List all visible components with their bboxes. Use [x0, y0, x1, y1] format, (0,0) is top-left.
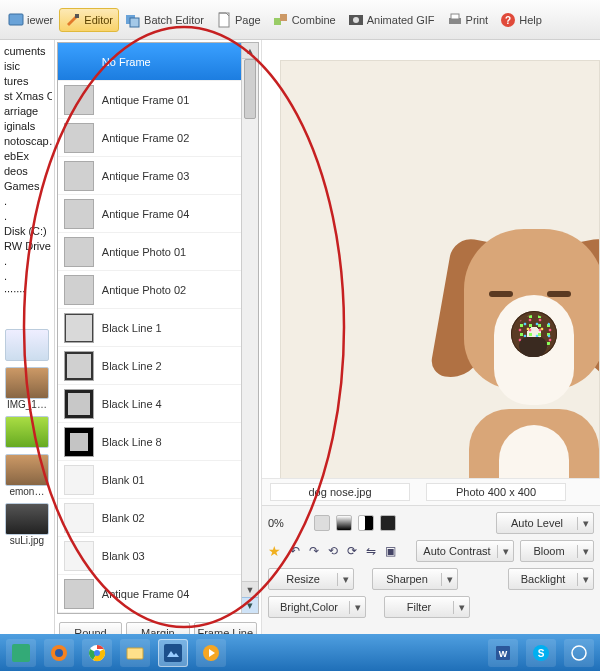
tree-item[interactable]: arriage	[2, 104, 52, 119]
auto-level-button[interactable]: Auto Level▾	[496, 512, 594, 534]
tree-item[interactable]: iginals	[2, 119, 52, 134]
sharpen-button[interactable]: Sharpen▾	[372, 568, 458, 590]
svg-point-17	[94, 650, 100, 656]
frame-option[interactable]: Antique Frame 04	[58, 575, 241, 613]
folder-tree[interactable]: cumentsisicturesst Xmas Carriageiginalsn…	[2, 44, 52, 299]
tab-page-label: Page	[235, 14, 261, 26]
thumbnail[interactable]: IMG_1…	[5, 367, 49, 410]
tree-item[interactable]: .	[2, 209, 52, 224]
photoscape-icon[interactable]	[158, 639, 188, 667]
thumbnail[interactable]: suLi.jpg	[5, 503, 49, 546]
scroll-thumb[interactable]	[244, 59, 256, 119]
tree-item[interactable]: ·······	[2, 284, 52, 299]
tree-item[interactable]: tures	[2, 74, 52, 89]
chevron-down-icon[interactable]: ▾	[577, 517, 593, 530]
tree-item[interactable]: st Xmas C	[2, 89, 52, 104]
backlight-button[interactable]: Backlight▾	[508, 568, 594, 590]
tree-item[interactable]: deos	[2, 164, 52, 179]
tree-item[interactable]: Disk (C:)	[2, 224, 52, 239]
tree-item[interactable]: .	[2, 269, 52, 284]
frame-option[interactable]: Antique Frame 02	[58, 119, 241, 157]
tree-item[interactable]: isic	[2, 59, 52, 74]
favorite-icon[interactable]: ★	[268, 544, 281, 558]
dropdown-scrollbar[interactable]: ▲ ▼ ▾	[241, 43, 258, 613]
frame-option-label: Blank 02	[102, 512, 145, 524]
auto-contrast-button[interactable]: Auto Contrast▾	[416, 540, 514, 562]
chevron-down-icon[interactable]: ▾	[441, 573, 457, 586]
media-player-icon[interactable]	[196, 639, 226, 667]
frame-option-label: Blank 01	[102, 474, 145, 486]
bloom-button[interactable]: Bloom▾	[520, 540, 594, 562]
chevron-down-icon[interactable]: ▾	[497, 545, 513, 558]
histogram-icon[interactable]	[314, 515, 330, 531]
frame-option[interactable]: Black Line 1	[58, 309, 241, 347]
frame-option[interactable]: Blank 02	[58, 499, 241, 537]
svg-point-25	[572, 646, 586, 660]
svg-rect-6	[280, 14, 287, 21]
scroll-down-button[interactable]: ▼	[242, 581, 258, 597]
tab-editor[interactable]: Editor	[59, 8, 119, 32]
crop-icon[interactable]: ▣	[382, 543, 398, 559]
chevron-down-icon[interactable]: ▾	[577, 545, 593, 558]
chevron-down-icon[interactable]: ▾	[577, 573, 593, 586]
skype-icon[interactable]: S	[526, 639, 556, 667]
tree-item[interactable]: .	[2, 194, 52, 209]
frame-option[interactable]: Antique Frame 03	[58, 157, 241, 195]
rotate-left-icon[interactable]: ⟲	[325, 543, 341, 559]
frame-option[interactable]: No Frame	[58, 43, 241, 81]
dropdown-toggle-button[interactable]: ▾	[242, 597, 258, 613]
frame-option[interactable]: Black Line 2	[58, 347, 241, 385]
tab-page[interactable]: Page	[210, 8, 267, 32]
frame-option[interactable]: Antique Photo 01	[58, 233, 241, 271]
frame-option[interactable]: Blank 01	[58, 461, 241, 499]
bw-icon[interactable]	[358, 515, 374, 531]
tab-batch-editor[interactable]: Batch Editor	[119, 8, 210, 32]
tab-animated-gif[interactable]: Animated GIF	[342, 8, 441, 32]
tab-combine[interactable]: Combine	[267, 8, 342, 32]
tab-print[interactable]: Print	[441, 8, 495, 32]
tree-item[interactable]: cuments	[2, 44, 52, 59]
thumbnail[interactable]	[5, 329, 49, 361]
tree-item[interactable]: Games	[2, 179, 52, 194]
taskbar-tray-icon[interactable]	[564, 639, 594, 667]
frame-option[interactable]: Antique Frame 01	[58, 81, 241, 119]
undo-icon[interactable]: ↶	[287, 543, 303, 559]
chrome-icon[interactable]	[82, 639, 112, 667]
taskbar-app-icon[interactable]	[6, 639, 36, 667]
gradient-icon[interactable]	[336, 515, 352, 531]
frame-option[interactable]: Black Line 8	[58, 423, 241, 461]
filter-button[interactable]: Filter▾	[384, 596, 470, 618]
scroll-up-button[interactable]: ▲	[242, 43, 258, 59]
image-preview-area[interactable]	[262, 40, 600, 478]
resize-button[interactable]: Resize▾	[268, 568, 354, 590]
tree-item[interactable]: .	[2, 254, 52, 269]
redo-icon[interactable]: ↷	[306, 543, 322, 559]
frame-option[interactable]: Antique Photo 02	[58, 271, 241, 309]
word-icon[interactable]: W	[488, 639, 518, 667]
frame-option[interactable]: Antique Frame 04	[58, 195, 241, 233]
tab-help[interactable]: ? Help	[494, 8, 548, 32]
frame-dropdown-list[interactable]: No FrameAntique Frame 01Antique Frame 02…	[57, 42, 259, 614]
main-toolbar: iewer Editor Batch Editor Page Combine A…	[0, 0, 600, 40]
flip-h-icon[interactable]: ⇋	[363, 543, 379, 559]
tab-print-label: Print	[466, 14, 489, 26]
frame-option[interactable]: Blank 03	[58, 537, 241, 575]
invert-icon[interactable]	[380, 515, 396, 531]
tree-item[interactable]: ebEx	[2, 149, 52, 164]
chevron-down-icon[interactable]: ▾	[453, 601, 469, 614]
frame-option[interactable]: Black Line 4	[58, 385, 241, 423]
chevron-down-icon[interactable]: ▾	[337, 573, 353, 586]
thumbnail[interactable]	[5, 416, 49, 448]
frame-swatch	[64, 465, 94, 495]
bright-color-button[interactable]: Bright,Color▾	[268, 596, 366, 618]
tree-item[interactable]: RW Drive	[2, 239, 52, 254]
explorer-icon[interactable]	[120, 639, 150, 667]
firefox-icon[interactable]	[44, 639, 74, 667]
svg-point-8	[353, 17, 359, 23]
thumbnail[interactable]: emon…	[5, 454, 49, 497]
rotate-right-icon[interactable]: ⟳	[344, 543, 360, 559]
tree-item[interactable]: notoscap…	[2, 134, 52, 149]
chevron-down-icon[interactable]: ▾	[349, 601, 365, 614]
frame-option-label: Antique Frame 04	[102, 588, 189, 600]
tab-viewer[interactable]: iewer	[2, 8, 59, 32]
